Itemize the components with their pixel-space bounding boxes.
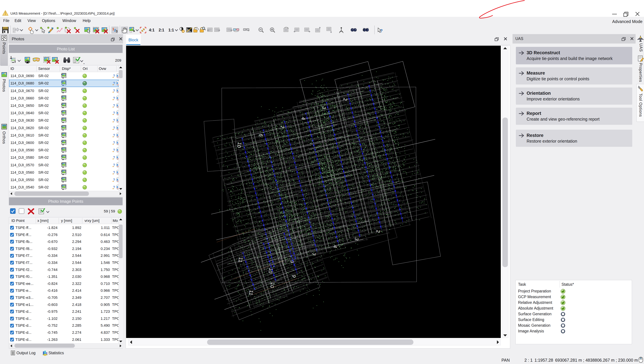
svg-text:3: 3: [116, 29, 118, 33]
svg-text:3: 3: [354, 237, 360, 241]
svg-text:10: 10: [269, 282, 276, 289]
svg-text:11: 11: [238, 257, 244, 263]
svg-text:?: ?: [380, 28, 383, 33]
svg-text:2: 2: [375, 230, 381, 233]
svg-text:9: 9: [291, 274, 297, 278]
svg-text:3: 3: [321, 106, 327, 110]
svg-text:4: 4: [300, 117, 306, 120]
svg-text:2: 2: [342, 98, 348, 101]
